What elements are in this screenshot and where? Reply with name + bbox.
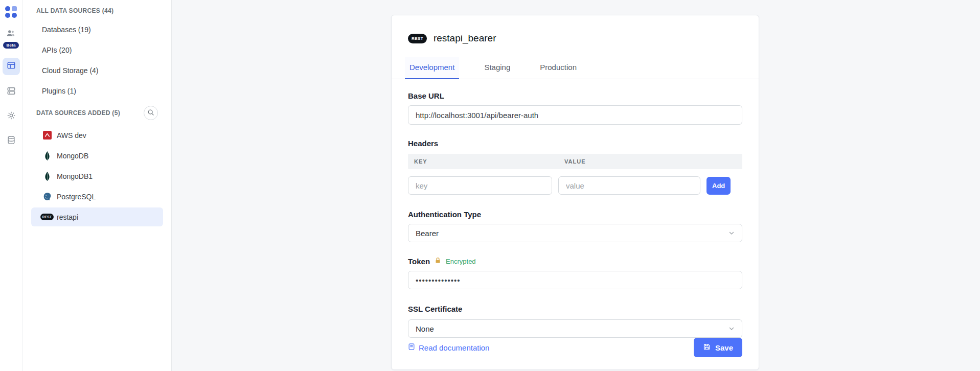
auth-type-select[interactable]: Bearer	[408, 224, 742, 242]
sidebar-item-mongodb[interactable]: MongoDB	[31, 146, 163, 165]
sidebar-item-cloud-storage[interactable]: Cloud Storage (4)	[31, 61, 163, 80]
rest-icon: REST	[408, 34, 427, 43]
item-label: restapi	[57, 213, 78, 221]
card-header: REST restapi_bearer	[408, 15, 742, 45]
header-key-input[interactable]	[408, 176, 552, 195]
sidebar-item-postgresql[interactable]: PostgreSQL	[31, 187, 163, 206]
mongodb-icon	[42, 172, 52, 181]
database-icon	[7, 135, 16, 147]
encrypted-badge: Encrypted	[446, 258, 476, 265]
environment-tabs: Development Staging Production	[392, 57, 759, 79]
connection-form: Base URL Headers KEY VALUE Add Authentic…	[408, 79, 742, 338]
rest-icon: REST	[42, 214, 52, 220]
token-label: Token	[408, 257, 430, 266]
save-button-label: Save	[715, 343, 733, 352]
sidebar-item-settings[interactable]	[7, 111, 16, 122]
base-url-input[interactable]	[408, 105, 742, 125]
mongodb-icon	[42, 151, 52, 160]
headers-label: Headers	[408, 139, 742, 148]
gear-icon	[7, 111, 16, 122]
sidebar-item-databases[interactable]: Databases (19)	[31, 20, 163, 39]
data-sources-sidebar: ALL DATA SOURCES (44) Databases (19) API…	[22, 0, 172, 371]
chevron-down-icon	[728, 324, 735, 333]
header-value-input[interactable]	[558, 176, 700, 195]
datasource-card: REST restapi_bearer Development Staging …	[391, 15, 759, 370]
add-header-button[interactable]: Add	[706, 177, 731, 195]
postgresql-icon	[42, 192, 52, 201]
item-label: MongoDB	[57, 152, 88, 160]
sidebar-item-aws-dev[interactable]: AWS dev	[31, 126, 163, 145]
read-documentation-label: Read documentation	[419, 343, 489, 352]
item-label: Plugins (1)	[42, 87, 76, 95]
section-data-sources-added: DATA SOURCES ADDED (5)	[22, 102, 171, 124]
ssl-value: None	[416, 324, 434, 333]
workflows-icon	[7, 86, 16, 98]
card-footer: Read documentation Save	[408, 338, 742, 357]
save-icon	[703, 343, 711, 352]
item-label: Databases (19)	[42, 26, 91, 34]
document-icon	[408, 343, 415, 352]
item-label: Cloud Storage (4)	[42, 66, 99, 75]
section-all-data-sources: ALL DATA SOURCES (44)	[22, 3, 171, 18]
icon-rail: Beta	[0, 0, 22, 371]
section-title-label: ALL DATA SOURCES (44)	[36, 7, 113, 14]
item-label: PostgreSQL	[57, 193, 96, 201]
search-icon	[147, 109, 154, 118]
sidebar-item-plugins[interactable]: Plugins (1)	[31, 81, 163, 100]
key-column-header: KEY	[408, 158, 558, 165]
tab-production[interactable]: Production	[535, 57, 581, 79]
auth-type-value: Bearer	[416, 229, 439, 238]
save-button[interactable]: Save	[694, 338, 742, 357]
tab-staging[interactable]: Staging	[480, 57, 515, 79]
app-logo[interactable]	[5, 6, 17, 18]
data-sources-icon	[7, 61, 16, 72]
sidebar-item-restapi[interactable]: REST restapi	[31, 207, 163, 226]
ssl-certificate-select[interactable]: None	[408, 319, 742, 338]
sidebar-item-database[interactable]	[7, 135, 16, 147]
item-label: AWS dev	[57, 131, 86, 140]
sidebar-item-workflows[interactable]	[7, 86, 16, 98]
beta-badge: Beta	[3, 42, 18, 49]
sidebar-item-apis[interactable]: APIs (20)	[31, 40, 163, 59]
sidebar-item-mongodb1[interactable]: MongoDB1	[31, 167, 163, 186]
section-title-label: DATA SOURCES ADDED (5)	[36, 109, 120, 117]
lock-icon	[435, 257, 441, 266]
headers-table-head: KEY VALUE	[408, 154, 742, 169]
token-input[interactable]	[408, 271, 742, 289]
headers-row: Add	[408, 176, 742, 195]
ssl-certificate-label: SSL Certificate	[408, 305, 742, 313]
main-area: REST restapi_bearer Development Staging …	[172, 0, 980, 371]
users-icon	[6, 29, 15, 40]
auth-type-label: Authentication Type	[408, 210, 742, 219]
tab-development[interactable]: Development	[405, 57, 459, 79]
chevron-down-icon	[728, 229, 735, 238]
token-label-row: Token Encrypted	[408, 257, 742, 266]
sidebar-item-data-sources[interactable]	[3, 58, 20, 75]
item-label: APIs (20)	[42, 46, 72, 54]
read-documentation-link[interactable]: Read documentation	[408, 343, 489, 352]
value-column-header: VALUE	[558, 158, 585, 165]
search-button[interactable]	[144, 106, 158, 120]
page-title: restapi_bearer	[434, 32, 496, 45]
aws-icon	[42, 131, 52, 140]
sidebar-item-users[interactable]: Beta	[3, 29, 18, 58]
item-label: MongoDB1	[57, 172, 93, 180]
base-url-label: Base URL	[408, 91, 742, 100]
